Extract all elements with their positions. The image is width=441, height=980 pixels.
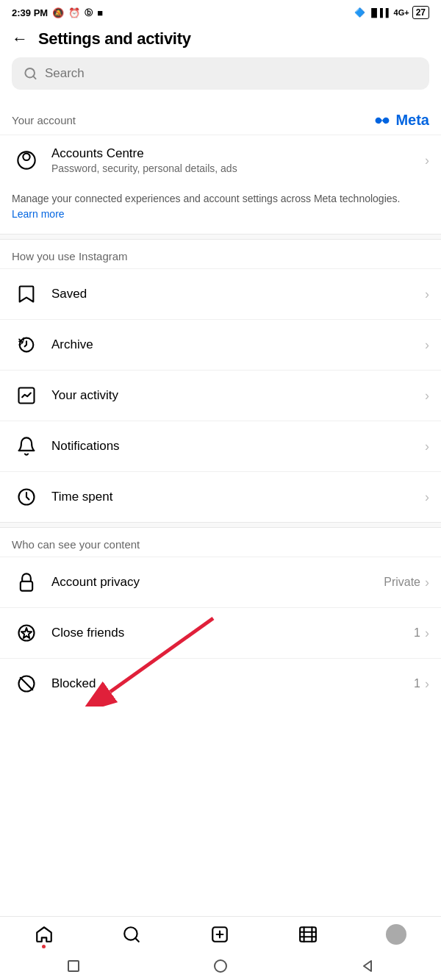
back-button[interactable]: ←	[12, 29, 28, 49]
chevron-icon: ›	[425, 676, 429, 692]
chevron-icon: ›	[425, 287, 429, 302]
who-can-see-label: Who can see your content	[12, 538, 140, 551]
your-activity-item[interactable]: Your activity ›	[0, 370, 441, 421]
blocked-content: Blocked	[51, 676, 414, 691]
archive-right: ›	[425, 337, 429, 353]
your-account-header: Your account Meta	[0, 101, 441, 135]
time-spent-content: Time spent	[51, 490, 425, 504]
nav-home[interactable]	[35, 925, 54, 944]
nav-search[interactable]	[122, 925, 141, 944]
chevron-icon: ›	[425, 337, 429, 353]
close-friends-value: 1	[414, 626, 420, 640]
who-can-see-header: Who can see your content	[0, 528, 441, 557]
account-privacy-content: Account privacy	[51, 575, 384, 590]
how-you-use-label: How you use Instagram	[12, 250, 128, 262]
chevron-icon: ›	[425, 575, 429, 590]
search-nav-icon	[122, 925, 141, 944]
section-divider-2	[0, 522, 441, 528]
svg-marker-20	[364, 961, 371, 971]
your-activity-content: Your activity	[51, 388, 425, 403]
svg-line-10	[21, 678, 32, 690]
your-activity-right: ›	[425, 388, 429, 404]
account-privacy-right: Private ›	[384, 575, 429, 590]
your-activity-title: Your activity	[51, 388, 425, 403]
android-nav	[0, 952, 441, 980]
saved-item[interactable]: Saved ›	[0, 268, 441, 319]
meta-infinity-icon	[372, 114, 392, 127]
chevron-icon: ›	[425, 388, 429, 404]
meta-text: Meta	[395, 112, 429, 129]
time-spent-icon	[12, 482, 41, 512]
accounts-centre-title: Accounts Centre	[51, 146, 425, 161]
home-icon	[35, 925, 54, 944]
meta-logo: Meta	[372, 112, 429, 129]
account-privacy-title: Account privacy	[51, 575, 384, 590]
notifications-icon	[12, 432, 41, 461]
notifications-content: Notifications	[51, 439, 425, 454]
close-friends-item[interactable]: Close friends 1 ›	[0, 607, 441, 658]
saved-title: Saved	[51, 287, 425, 301]
archive-content: Archive	[51, 337, 425, 352]
bottom-nav	[0, 916, 441, 951]
archive-title: Archive	[51, 337, 425, 352]
svg-rect-17	[300, 927, 316, 942]
blocked-item[interactable]: Blocked 1 ›	[0, 658, 441, 709]
svg-line-1	[33, 76, 35, 79]
search-icon	[24, 66, 37, 81]
chevron-icon: ›	[425, 626, 429, 641]
mute-icon: 🔕	[52, 7, 64, 18]
new-post-icon	[210, 925, 229, 944]
accounts-centre-item[interactable]: Accounts Centre Password, security, pers…	[0, 135, 441, 185]
time: 2:39 PM	[12, 7, 48, 18]
your-account-section: Your account Meta Accounts Centre Passwo…	[0, 101, 441, 234]
close-friends-title: Close friends	[51, 626, 414, 640]
how-you-use-header: How you use Instagram	[0, 240, 441, 268]
nav-new-post[interactable]	[210, 925, 229, 944]
section-divider-1	[0, 234, 441, 240]
page-title: Settings and activity	[38, 29, 191, 49]
your-activity-icon	[12, 381, 41, 410]
accounts-centre-icon	[12, 146, 41, 175]
chevron-icon: ›	[425, 490, 429, 505]
status-right: 🔷 ▐▌▌▌ 4G+ 27	[354, 6, 429, 19]
android-back-icon	[361, 959, 374, 973]
stop-icon: ■	[97, 7, 103, 18]
blocked-icon	[12, 669, 41, 698]
notifications-right: ›	[425, 439, 429, 454]
account-privacy-item[interactable]: Account privacy Private ›	[0, 557, 441, 607]
archive-icon	[12, 330, 41, 360]
battery-icon: 27	[412, 6, 429, 19]
who-can-see-section: Who can see your content Account privacy…	[0, 528, 441, 709]
nav-profile[interactable]	[386, 924, 406, 945]
svg-point-19	[215, 960, 226, 972]
saved-content: Saved	[51, 287, 425, 301]
time-spent-title: Time spent	[51, 490, 425, 504]
nav-reels[interactable]	[298, 925, 318, 944]
svg-rect-18	[68, 961, 79, 971]
android-back[interactable]	[360, 959, 375, 973]
header: ← Settings and activity	[0, 22, 441, 57]
svg-line-13	[135, 938, 139, 942]
learn-more-link[interactable]: Learn more	[12, 208, 65, 220]
account-privacy-icon	[12, 568, 41, 597]
notifications-title: Notifications	[51, 439, 425, 454]
close-friends-right: 1 ›	[414, 626, 429, 641]
close-friends-content: Close friends	[51, 626, 414, 640]
accounts-centre-right: ›	[425, 153, 429, 168]
signal-icons: ▐▌▌▌ 4G+	[368, 8, 409, 17]
time-spent-item[interactable]: Time spent ›	[0, 471, 441, 522]
search-input[interactable]	[45, 66, 417, 81]
svg-point-2	[23, 154, 29, 160]
your-account-label: Your account	[12, 114, 76, 126]
time-spent-right: ›	[425, 490, 429, 505]
status-left: 2:39 PM 🔕 ⏰ ⓑ ■	[12, 7, 103, 18]
notifications-item[interactable]: Notifications ›	[0, 421, 441, 471]
android-recents[interactable]	[66, 959, 81, 973]
search-bar[interactable]	[12, 57, 429, 90]
accounts-info: Manage your connected experiences and ac…	[0, 185, 441, 234]
how-you-use-section: How you use Instagram Saved › Archive	[0, 240, 441, 522]
android-home[interactable]	[213, 959, 228, 973]
archive-item[interactable]: Archive ›	[0, 319, 441, 370]
profile-avatar	[386, 924, 406, 945]
blocked-right: 1 ›	[414, 676, 429, 692]
